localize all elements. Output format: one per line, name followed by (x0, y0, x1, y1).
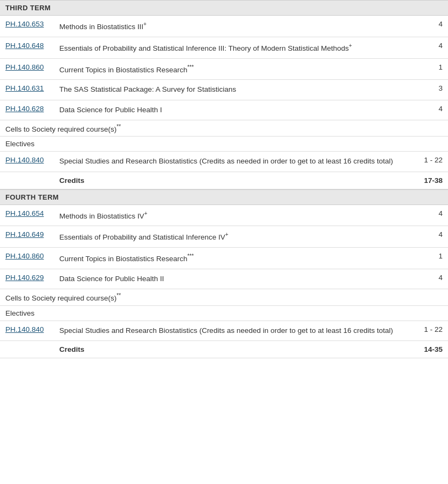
elective-credits: 1 - 22 (421, 156, 443, 164)
third-term-electives-label: Electives (0, 137, 448, 152)
elective-credits: 1 - 22 (421, 325, 443, 333)
fourth-term-note: Cells to Society required course(s)** (0, 289, 448, 306)
course-code-link[interactable]: PH.140.628 (5, 105, 59, 113)
elective-name: Special Studies and Research Biostatisti… (59, 325, 421, 336)
course-code-link[interactable]: PH.140.860 (5, 252, 59, 260)
course-name: Current Topics in Biostatistics Research… (59, 252, 421, 264)
course-credits: 3 (421, 84, 443, 92)
third-term-credits-label: Credits (59, 176, 421, 185)
course-superscript: *** (188, 253, 194, 259)
course-name: Methods in Biostatistics III+ (59, 20, 421, 32)
course-code-link[interactable]: PH.140.649 (5, 230, 59, 238)
fourth-term-credits-value: 14-35 (421, 345, 443, 353)
course-code-link[interactable]: PH.140.860 (5, 63, 59, 71)
fourth-term-header: FOURTH TERM (0, 189, 448, 205)
course-credits: 1 (421, 252, 443, 260)
third-term-credits-value: 17-38 (421, 176, 443, 185)
course-name: Current Topics in Biostatistics Research… (59, 63, 421, 76)
table-row: PH.140.653Methods in Biostatistics III+4 (0, 16, 448, 37)
table-row: PH.140.860Current Topics in Biostatistic… (0, 248, 448, 269)
table-row: PH.140.629Data Science for Public Health… (0, 269, 448, 289)
course-name: Essentials of Probability and Statistica… (59, 230, 421, 243)
table-row: PH.140.654Methods in Biostatistics IV+4 (0, 205, 448, 227)
course-credits: 4 (421, 42, 443, 50)
fourth-term-credits-row: Credits 14-35 (0, 341, 448, 358)
table-row: PH.140.631The SAS Statistical Package: A… (0, 80, 448, 100)
course-name: Methods in Biostatistics IV+ (59, 209, 421, 222)
course-superscript: + (349, 43, 352, 49)
course-code-link[interactable]: PH.140.629 (5, 274, 59, 282)
course-superscript: + (144, 210, 148, 216)
course-credits: 4 (421, 105, 443, 113)
course-superscript: + (143, 21, 147, 27)
course-code-link[interactable]: PH.140.648 (5, 42, 59, 50)
course-superscript: + (225, 231, 229, 237)
third-term-header: THIRD TERM (0, 0, 448, 16)
table-row: PH.140.649Essentials of Probability and … (0, 226, 448, 248)
fourth-term-electives-label: Electives (0, 306, 448, 321)
course-name: Data Science for Public Health I (59, 105, 421, 115)
fourth-term-credits-label: Credits (59, 345, 421, 353)
course-credits: 1 (421, 63, 443, 71)
table-row: PH.140.628Data Science for Public Health… (0, 100, 448, 120)
elective-row: PH.140.840Special Studies and Research B… (0, 321, 448, 341)
course-credits: 4 (421, 274, 443, 282)
course-superscript: *** (188, 64, 194, 70)
course-credits: 4 (421, 209, 443, 217)
course-name: The SAS Statistical Package: A Survey fo… (59, 84, 421, 95)
elective-code-link[interactable]: PH.140.840 (5, 156, 59, 164)
third-term-note: Cells to Society required course(s)** (0, 120, 448, 137)
table-row: PH.140.860Current Topics in Biostatistic… (0, 59, 448, 80)
course-name: Data Science for Public Health II (59, 274, 421, 284)
course-code-link[interactable]: PH.140.653 (5, 20, 59, 28)
third-term-credits-row: Credits 17-38 (0, 172, 448, 189)
course-code-link[interactable]: PH.140.654 (5, 209, 59, 217)
elective-code-link[interactable]: PH.140.840 (5, 325, 59, 333)
elective-name: Special Studies and Research Biostatisti… (59, 156, 421, 167)
elective-row: PH.140.840Special Studies and Research B… (0, 152, 448, 172)
table-row: PH.140.648Essentials of Probability and … (0, 37, 448, 59)
course-code-link[interactable]: PH.140.631 (5, 84, 59, 92)
course-name: Essentials of Probability and Statistica… (59, 42, 421, 54)
course-credits: 4 (421, 230, 443, 238)
course-credits: 4 (421, 20, 443, 28)
